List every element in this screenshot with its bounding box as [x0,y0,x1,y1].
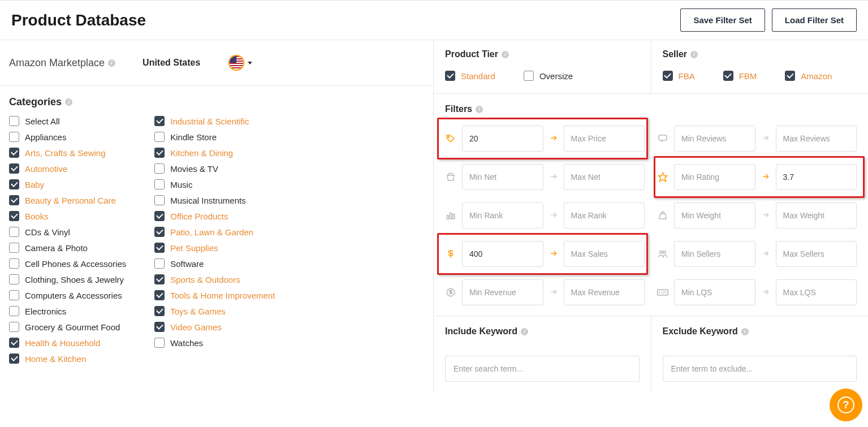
oversize-checkbox[interactable]: Oversize [524,71,573,81]
category-checkbox[interactable]: Movies & TV [154,163,275,174]
category-label: Electronics [25,307,66,316]
reviews-max-input[interactable] [776,126,857,152]
circ-dollar-icon [445,287,456,297]
net-filter-row [445,164,645,190]
category-checkbox[interactable]: Kindle Store [154,132,275,142]
category-checkbox[interactable]: Computers & Accessories [9,290,126,300]
bars-icon [445,210,456,221]
standard-checkbox[interactable]: Standard [445,71,495,81]
categories-heading: Categories i [9,96,424,108]
category-checkbox[interactable]: Clothing, Shoes & Jewelry [9,274,126,284]
arrow-right-icon [549,249,558,260]
weight-min-input[interactable] [674,202,755,228]
rating-min-input[interactable] [674,164,755,190]
include-keyword-input[interactable] [445,356,640,382]
category-checkbox[interactable]: Cell Phones & Accessories [9,258,126,269]
net-min-input[interactable] [462,164,543,190]
filters-heading: Filters i [445,104,857,114]
category-checkbox[interactable]: Baby [9,179,126,189]
category-checkbox[interactable]: Toys & Games [154,306,275,316]
rank-min-input[interactable] [462,202,543,228]
weight-filter-row [657,202,857,228]
category-checkbox[interactable]: Health & Household [9,338,126,348]
category-checkbox[interactable]: Electronics [9,306,126,316]
checkbox-icon [9,243,19,253]
load-filter-set-button[interactable]: Load Filter Set [772,8,857,32]
hbag-icon [657,210,668,221]
checkbox-icon [154,243,165,253]
lqs-min-input[interactable] [674,279,755,305]
sellers-max-input[interactable] [776,241,857,267]
category-checkbox[interactable]: CDs & Vinyl [9,227,126,237]
amazon-checkbox[interactable]: Amazon [785,71,832,81]
category-checkbox[interactable]: Automotive [9,163,126,174]
arrow-right-icon [549,287,558,298]
category-label: Industrial & Scientific [170,117,249,126]
revenue-min-input[interactable] [462,279,543,305]
lqs-max-input[interactable] [776,279,857,305]
fbm-checkbox[interactable]: FBM [723,71,757,81]
category-checkbox[interactable]: Select All [9,116,126,126]
marketplace-flag-dropdown[interactable] [211,55,252,71]
category-checkbox[interactable]: Watches [154,338,275,348]
net-max-input[interactable] [564,164,645,190]
price-min-input[interactable] [462,126,543,152]
sales-min-input[interactable] [462,241,543,267]
checkbox-icon [154,322,165,332]
category-label: Office Products [170,212,228,221]
svg-rect-1 [659,135,667,140]
checkbox-icon [9,179,19,189]
category-checkbox[interactable]: Patio, Lawn & Garden [154,227,275,237]
revenue-filter-row [445,279,645,305]
amazon-label: Amazon [801,71,832,81]
category-label: Appliances [25,132,66,142]
help-button[interactable]: ? [830,389,862,421]
category-checkbox[interactable]: Software [154,258,275,269]
arrow-right-icon [549,133,558,144]
category-checkbox[interactable]: Camera & Photo [9,243,126,253]
us-flag-icon [228,55,244,71]
checkbox-icon [154,116,165,126]
exclude-keyword-input[interactable] [663,356,857,382]
category-label: Home & Kitchen [25,354,86,364]
checkbox-icon [9,211,19,221]
arrow-right-icon [761,210,770,221]
fba-checkbox[interactable]: FBA [663,71,695,81]
category-checkbox[interactable]: Beauty & Personal Care [9,195,126,205]
category-checkbox[interactable]: Video Games [154,322,275,332]
category-label: Musical Instruments [170,196,245,205]
category-checkbox[interactable]: Industrial & Scientific [154,116,275,126]
category-checkbox[interactable]: Tools & Home Improvement [154,290,275,300]
category-checkbox[interactable]: Appliances [9,132,126,142]
checkbox-icon [154,179,165,189]
checkbox-icon [9,290,19,300]
include-keyword-section: Include Keyword i [434,316,651,392]
sellers-min-input[interactable] [674,241,755,267]
category-checkbox[interactable]: Musical Instruments [154,195,275,205]
rating-max-input[interactable] [776,164,857,190]
category-checkbox[interactable]: Books [9,211,126,221]
category-checkbox[interactable]: Pet Supplies [154,243,275,253]
revenue-max-input[interactable] [564,279,645,305]
category-checkbox[interactable]: Home & Kitchen [9,353,126,364]
category-checkbox[interactable]: Music [154,179,275,189]
checkbox-icon [663,71,673,81]
exclude-keyword-heading-text: Exclude Keyword [663,326,738,337]
category-label: Toys & Games [170,307,226,316]
svg-marker-2 [659,173,667,182]
weight-max-input[interactable] [776,202,857,228]
marketplace-label: Amazon Marketplace i [9,57,115,69]
category-checkbox[interactable]: Grocery & Gourmet Food [9,322,126,332]
category-checkbox[interactable]: Office Products [154,211,275,221]
reviews-min-input[interactable] [674,126,755,152]
price-max-input[interactable] [564,126,645,152]
category-checkbox[interactable]: Sports & Outdoors [154,274,275,284]
category-column-2: Industrial & ScientificKindle StoreKitch… [154,116,275,364]
category-checkbox[interactable]: Kitchen & Dining [154,148,275,158]
save-filter-set-button[interactable]: Save Filter Set [680,8,765,32]
category-label: Select All [25,117,60,126]
sales-max-input[interactable] [564,241,645,267]
marketplace-value: United States [142,58,200,68]
rank-max-input[interactable] [564,202,645,228]
category-checkbox[interactable]: Arts, Crafts & Sewing [9,148,126,158]
